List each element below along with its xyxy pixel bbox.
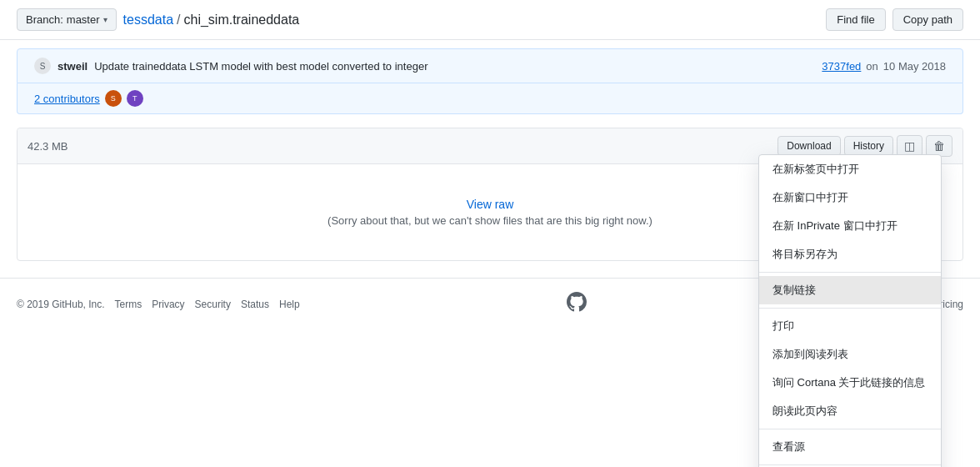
commit-user[interactable]: stweil [58, 60, 88, 73]
chevron-down-icon: ▾ [103, 15, 108, 24]
footer-status[interactable]: Status [241, 299, 269, 310]
view-raw-link[interactable]: View raw [467, 198, 514, 211]
page-wrapper: Branch: master ▾ tessdata / chi_sim.trai… [0, 0, 980, 467]
top-actions: Find file Copy path [826, 8, 963, 31]
github-logo [567, 292, 587, 316]
context-open-new-window[interactable]: 在新窗口中打开 [759, 183, 941, 212]
branch-selector: Branch: master ▾ tessdata / chi_sim.trai… [17, 8, 299, 31]
context-open-inprivate[interactable]: 在新 InPrivate 窗口中打开 [759, 212, 941, 240]
history-button[interactable]: History [844, 136, 893, 156]
commit-avatar: S [34, 58, 51, 74]
commit-message: Update traineddata LSTM model with best … [94, 60, 428, 73]
commit-date: 10 May 2018 [883, 60, 946, 73]
branch-name: master [67, 13, 100, 26]
context-open-new-tab[interactable]: 在新标签页中打开 [759, 155, 941, 183]
find-file-button[interactable]: Find file [826, 8, 886, 31]
context-cortana[interactable]: 询问 Cortana 关于此链接的信息 [759, 369, 941, 397]
commit-bar: S stweil Update traineddata LSTM model w… [17, 48, 963, 83]
footer-security[interactable]: Security [195, 299, 231, 310]
file-size: 42.3 MB [28, 140, 68, 153]
commit-left: S stweil Update traineddata LSTM model w… [34, 58, 428, 74]
footer-help[interactable]: Help [279, 299, 300, 310]
commit-hash[interactable]: 3737fed [822, 60, 861, 73]
contributors-link[interactable]: 2 contributors [34, 93, 100, 105]
contributor-avatar-1: S [105, 90, 122, 107]
context-divider-2 [759, 308, 941, 309]
commit-right: 3737fed on 10 May 2018 [822, 60, 946, 73]
context-copy-link[interactable]: 复制链接 [759, 276, 941, 304]
context-divider-3 [759, 429, 941, 429]
context-read-aloud[interactable]: 朗读此页内容 [759, 397, 941, 425]
contributor-avatar-2: T [127, 90, 143, 107]
branch-button[interactable]: Branch: master ▾ [17, 8, 117, 31]
context-divider-4 [759, 464, 941, 465]
footer-privacy[interactable]: Privacy [152, 299, 184, 310]
contributors-bar: 2 contributors S T [17, 83, 963, 114]
download-button[interactable]: Download [778, 136, 840, 156]
file-name: chi_sim.traineddata [183, 13, 299, 28]
context-menu: 在新标签页中打开 在新窗口中打开 在新 InPrivate 窗口中打开 将目标另… [758, 154, 942, 467]
top-bar: Branch: master ▾ tessdata / chi_sim.trai… [0, 0, 980, 40]
commit-on: on [866, 60, 878, 73]
context-print[interactable]: 打印 [759, 312, 941, 340]
footer-left: © 2019 GitHub, Inc. Terms Privacy Securi… [17, 299, 300, 310]
context-view-source[interactable]: 查看源 [759, 433, 941, 461]
context-divider-1 [759, 272, 941, 273]
copyright: © 2019 GitHub, Inc. [17, 299, 105, 310]
context-save-as[interactable]: 将目标另存为 [759, 240, 941, 269]
branch-label: Branch: [26, 13, 63, 26]
breadcrumb: tessdata / chi_sim.traineddata [123, 13, 300, 28]
context-reading-list[interactable]: 添加到阅读列表 [759, 340, 941, 369]
footer-terms[interactable]: Terms [115, 299, 142, 310]
breadcrumb-separator: / [177, 13, 180, 28]
repo-link[interactable]: tessdata [123, 13, 173, 28]
copy-path-button[interactable]: Copy path [892, 8, 963, 31]
